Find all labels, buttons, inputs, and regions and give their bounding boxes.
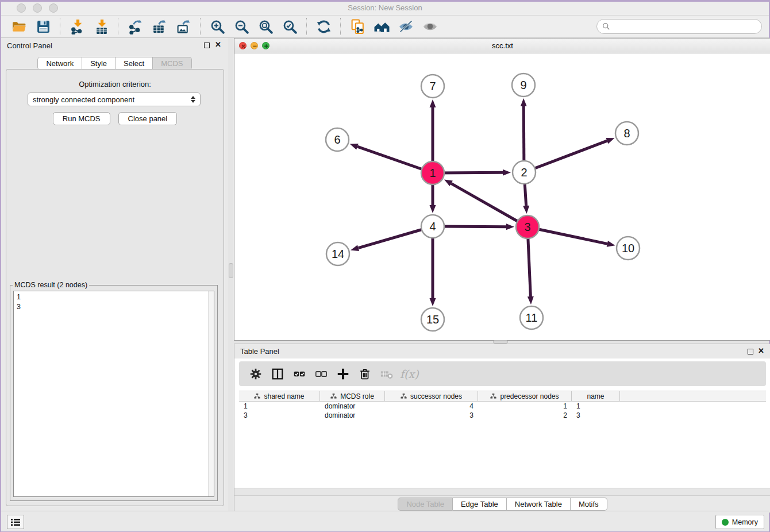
open-session-icon xyxy=(11,19,27,34)
column-header-name[interactable]: name xyxy=(572,391,620,401)
import-network-button[interactable] xyxy=(68,17,86,36)
table-cell: 3 xyxy=(239,411,320,420)
graph-node-6[interactable]: 6 xyxy=(326,128,349,151)
table-row[interactable]: 1dominator411 xyxy=(239,402,766,411)
float-table-panel-icon[interactable] xyxy=(748,349,753,354)
add-button[interactable] xyxy=(334,365,352,383)
graph-node-4[interactable]: 4 xyxy=(421,215,444,238)
zoom-selected-icon xyxy=(282,19,298,34)
table-cell: 1 xyxy=(239,402,320,411)
zoom-fit-button[interactable] xyxy=(256,17,275,36)
run-mcds-button[interactable]: Run MCDS xyxy=(53,112,110,125)
graph-edge-3-10[interactable] xyxy=(528,227,607,244)
edge-arrowhead xyxy=(430,298,436,306)
column-header-successor-nodes[interactable]: successor nodes xyxy=(385,391,478,401)
export-table-button[interactable] xyxy=(150,17,168,36)
svg-text:7: 7 xyxy=(429,80,436,92)
control-panel-header: Control Panel ✕ xyxy=(1,38,228,53)
import-network-icon xyxy=(70,19,85,34)
edge-arrowhead xyxy=(521,98,527,106)
graph-node-7[interactable]: 7 xyxy=(421,75,444,98)
select-all-button[interactable] xyxy=(291,365,308,383)
graph-node-3[interactable]: 3 xyxy=(516,215,539,238)
tab-style[interactable]: Style xyxy=(82,57,116,70)
apply-layout-button[interactable] xyxy=(314,17,333,36)
graph-node-14[interactable]: 14 xyxy=(326,242,349,265)
edge-arrowhead xyxy=(430,205,436,213)
tab-network[interactable]: Network xyxy=(37,57,82,70)
table-hscrollbar[interactable] xyxy=(234,488,770,496)
close-panel-button[interactable]: Close panel xyxy=(118,112,178,125)
memory-button[interactable]: Memory xyxy=(715,515,764,529)
network-window-titlebar: scc.txt xyxy=(234,38,770,53)
optimization-criterion-select[interactable]: strongly connected component xyxy=(28,92,201,106)
close-table-panel-icon[interactable]: ✕ xyxy=(758,346,764,355)
export-image-button[interactable] xyxy=(174,17,192,36)
delete-button[interactable] xyxy=(356,365,374,383)
edge-arrowhead xyxy=(350,144,359,149)
control-panel-tabs: NetworkStyleSelectMCDS xyxy=(1,57,228,70)
network-canvas[interactable]: 7968124314101511 xyxy=(234,53,770,340)
hide-selected-button[interactable] xyxy=(396,17,415,36)
tab-network-table[interactable]: Network Table xyxy=(507,498,571,511)
tab-select[interactable]: Select xyxy=(116,57,153,70)
deselect-all-button[interactable] xyxy=(313,365,330,383)
export-network-button[interactable] xyxy=(126,17,144,36)
save-session-button[interactable] xyxy=(34,17,52,36)
tab-edge-table[interactable]: Edge Table xyxy=(453,498,507,511)
table-panel-title: Table Panel xyxy=(240,347,279,356)
svg-text:11: 11 xyxy=(526,311,538,324)
open-session-button[interactable] xyxy=(10,17,28,36)
graph-edge-3-1[interactable] xyxy=(451,183,528,227)
svg-text:9: 9 xyxy=(520,79,526,91)
window-title: Session: New Session xyxy=(1,3,769,12)
select-all-icon xyxy=(292,367,306,381)
svg-text:15: 15 xyxy=(426,313,439,326)
memory-label: Memory xyxy=(732,518,758,526)
toolbar-separator xyxy=(60,18,60,35)
float-panel-icon[interactable] xyxy=(204,43,210,48)
graph-node-1[interactable]: 1 xyxy=(421,161,444,184)
column-type-icon xyxy=(490,393,496,399)
first-neighbors-button[interactable] xyxy=(372,17,391,36)
column-header-MCDS-role[interactable]: MCDS role xyxy=(320,391,385,401)
table-cell: 4 xyxy=(385,402,478,411)
tab-node-table[interactable]: Node Table xyxy=(398,498,453,511)
vertical-splitter-handle[interactable] xyxy=(229,263,233,278)
column-header-predecessor-nodes[interactable]: predecessor nodes xyxy=(478,391,572,401)
table-options-button[interactable] xyxy=(247,365,264,383)
graph-node-8[interactable]: 8 xyxy=(615,122,638,145)
delete-icon xyxy=(358,367,372,381)
tab-mcds[interactable]: MCDS xyxy=(153,57,191,70)
table-row[interactable]: 3dominator323 xyxy=(239,411,766,420)
graph-node-10[interactable]: 10 xyxy=(617,237,640,260)
svg-text:4: 4 xyxy=(429,220,436,233)
function-builder-icon[interactable]: f(x) xyxy=(400,368,419,380)
tab-motifs[interactable]: Motifs xyxy=(571,498,607,511)
mcds-result-title: MCDS result (2 nodes) xyxy=(13,281,89,289)
zoom-selected-button[interactable] xyxy=(280,17,299,36)
zoom-in-button[interactable] xyxy=(208,17,226,36)
selected-option: strongly connected component xyxy=(33,95,134,104)
search-input[interactable] xyxy=(613,22,756,31)
graph-node-9[interactable]: 9 xyxy=(512,74,535,97)
show-columns-button[interactable] xyxy=(269,365,286,383)
graph-node-15[interactable]: 15 xyxy=(421,308,444,331)
graph-node-11[interactable]: 11 xyxy=(520,306,543,329)
graph-node-2[interactable]: 2 xyxy=(513,161,536,184)
result-scrollbar[interactable] xyxy=(208,291,214,496)
import-table-button[interactable] xyxy=(92,17,110,36)
zoom-out-button[interactable] xyxy=(232,17,251,36)
svg-text:8: 8 xyxy=(623,127,630,140)
svg-text:2: 2 xyxy=(521,166,527,179)
task-history-button[interactable] xyxy=(7,515,24,529)
network-from-selection-button[interactable] xyxy=(348,17,367,36)
mcds-result-box[interactable]: 1 3 xyxy=(13,291,214,497)
svg-text:3: 3 xyxy=(524,221,530,233)
close-panel-icon[interactable]: ✕ xyxy=(215,40,221,49)
column-header-shared-name[interactable]: shared name xyxy=(239,391,320,401)
delete-column-button[interactable] xyxy=(378,365,395,383)
graph-edge-2-8[interactable] xyxy=(524,141,607,172)
toolbar-separator xyxy=(200,18,201,35)
show-all-button[interactable] xyxy=(421,17,439,36)
